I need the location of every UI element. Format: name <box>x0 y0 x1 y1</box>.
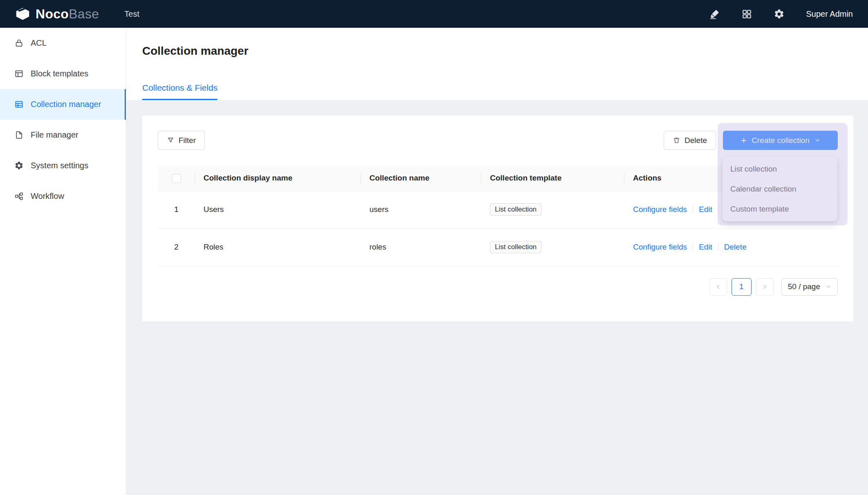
header-checkbox-cell <box>158 166 195 191</box>
template-tag: List collection <box>490 241 541 253</box>
app-root: NocoBase Test Super Admin ACL Block temp… <box>0 0 868 495</box>
pagination-prev-button[interactable] <box>709 278 727 296</box>
cell-name: roles <box>361 228 481 266</box>
edit-link[interactable]: Edit <box>699 243 712 251</box>
page-size-select[interactable]: 50 / page <box>781 278 838 296</box>
layout-icon <box>14 69 24 78</box>
sidebar-item-workflow[interactable]: Workflow <box>0 181 126 212</box>
topbar: NocoBase Test Super Admin <box>0 0 868 28</box>
settings-icon[interactable] <box>774 9 785 20</box>
ui-editor-icon[interactable] <box>709 9 720 20</box>
sidebar-item-system-settings[interactable]: System settings <box>0 150 126 181</box>
column-display-name: Collection display name <box>195 166 361 191</box>
nocobase-logo-icon <box>15 7 30 21</box>
card-toolbar: Filter Delete Create collection <box>158 131 838 150</box>
page-header: Collection manager Collections & Fields <box>126 28 868 100</box>
edit-link[interactable]: Edit <box>699 205 712 214</box>
plus-icon <box>740 137 747 144</box>
topbar-menu: Test <box>122 0 142 28</box>
action-divider <box>718 243 718 251</box>
sidebar-item-label: ACL <box>31 38 47 48</box>
action-divider <box>693 243 693 251</box>
menu-item-custom-template[interactable]: Custom template <box>723 199 837 219</box>
sidebar-item-file-manager[interactable]: File manager <box>0 120 126 150</box>
cell-display-name: Users <box>195 191 361 228</box>
cell-name: users <box>361 191 481 228</box>
template-tag: List collection <box>490 203 541 216</box>
file-icon <box>14 130 24 140</box>
cell-template: List collection <box>481 228 624 266</box>
current-user[interactable]: Super Admin <box>806 9 853 19</box>
action-divider <box>693 205 693 213</box>
chevron-right-icon <box>762 284 768 290</box>
collection-icon <box>14 100 24 109</box>
chevron-left-icon <box>715 284 721 290</box>
filter-icon <box>167 136 174 144</box>
main-area: Collection manager Collections & Fields … <box>126 28 868 495</box>
brand-text: NocoBase <box>36 7 99 22</box>
sidebar-item-block-templates[interactable]: Block templates <box>0 58 126 89</box>
toolbar-right: Delete Create collection <box>664 131 838 150</box>
column-name: Collection name <box>361 166 481 191</box>
menu-item-list-collection[interactable]: List collection <box>723 159 837 179</box>
sidebar-item-acl[interactable]: ACL <box>0 28 126 58</box>
select-all-checkbox[interactable] <box>172 174 181 183</box>
sidebar-item-label: Collection manager <box>31 100 101 109</box>
row-index: 1 <box>158 191 195 228</box>
column-template: Collection template <box>481 166 624 191</box>
create-collection-menu: List collection Calendar collection Cust… <box>723 156 837 221</box>
page-title: Collection manager <box>142 44 868 58</box>
plugin-manager-icon[interactable] <box>741 9 752 20</box>
table-row: 2 Roles roles List collection Configure … <box>158 228 838 266</box>
sidebar-item-label: Workflow <box>31 192 64 201</box>
pagination-page-1[interactable]: 1 <box>732 278 752 296</box>
chevron-down-icon <box>825 284 831 290</box>
pagination: 1 50 / page <box>158 278 838 296</box>
sidebar-item-collection-manager[interactable]: Collection manager <box>0 89 126 120</box>
action-divider <box>718 205 718 213</box>
sidebar-item-label: System settings <box>31 161 88 170</box>
sidebar-item-label: File manager <box>31 130 78 140</box>
configure-fields-link[interactable]: Configure fields <box>633 205 687 214</box>
topbar-menu-item-test[interactable]: Test <box>122 9 142 19</box>
topbar-right: Super Admin <box>709 9 853 20</box>
configure-fields-link[interactable]: Configure fields <box>633 243 687 251</box>
delete-button[interactable]: Delete <box>664 131 716 150</box>
delete-link[interactable]: Delete <box>724 243 747 251</box>
menu-item-calendar-collection[interactable]: Calendar collection <box>723 179 837 199</box>
sidebar: ACL Block templates Collection manager F… <box>0 28 126 495</box>
cell-actions: Configure fieldsEditDelete <box>624 228 838 266</box>
cell-template: List collection <box>481 191 624 228</box>
filter-button[interactable]: Filter <box>158 131 205 150</box>
pagination-next-button[interactable] <box>756 278 774 296</box>
create-collection-button[interactable]: Create collection <box>723 131 838 150</box>
gear-icon <box>14 161 24 170</box>
tab-collections-and-fields[interactable]: Collections & Fields <box>142 83 217 100</box>
trash-icon <box>673 136 680 144</box>
row-index: 2 <box>158 228 195 266</box>
cell-display-name: Roles <box>195 228 361 266</box>
nocobase-logo[interactable]: NocoBase <box>15 7 99 22</box>
workflow-icon <box>14 192 24 201</box>
chevron-down-icon <box>814 137 821 143</box>
lock-icon <box>14 38 24 48</box>
sidebar-item-label: Block templates <box>31 69 88 78</box>
